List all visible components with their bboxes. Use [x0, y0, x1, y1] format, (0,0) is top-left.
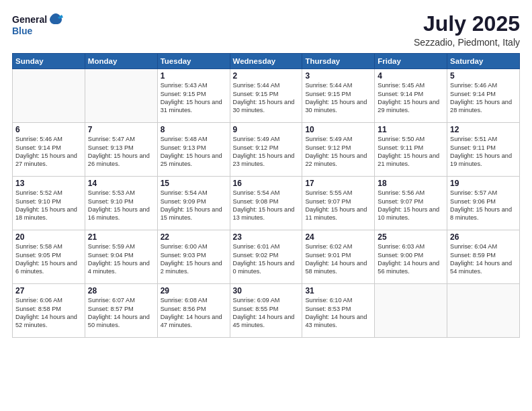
calendar-cell: 3Sunrise: 5:44 AM Sunset: 9:15 PM Daylig… — [302, 69, 375, 123]
day-number: 29 — [161, 286, 227, 295]
day-info: Sunrise: 6:09 AM Sunset: 8:55 PM Dayligh… — [233, 296, 300, 330]
calendar-cell: 5Sunrise: 5:46 AM Sunset: 9:14 PM Daylig… — [447, 69, 520, 123]
day-info: Sunrise: 6:07 AM Sunset: 8:57 PM Dayligh… — [88, 296, 154, 330]
day-info: Sunrise: 5:48 AM Sunset: 9:13 PM Dayligh… — [161, 135, 227, 169]
logo: General Blue — [12, 12, 63, 37]
day-info: Sunrise: 5:49 AM Sunset: 9:12 PM Dayligh… — [233, 135, 300, 169]
day-info: Sunrise: 5:54 AM Sunset: 9:09 PM Dayligh… — [161, 189, 227, 222]
day-number: 27 — [15, 286, 82, 295]
calendar-cell: 8Sunrise: 5:48 AM Sunset: 9:13 PM Daylig… — [157, 123, 230, 177]
day-number: 8 — [161, 125, 227, 134]
day-number: 11 — [378, 125, 444, 134]
header-tuesday: Tuesday — [157, 54, 230, 69]
logo-blue: Blue — [12, 26, 63, 37]
day-info: Sunrise: 5:52 AM Sunset: 9:10 PM Dayligh… — [15, 189, 82, 222]
day-number: 7 — [88, 125, 154, 134]
day-info: Sunrise: 5:58 AM Sunset: 9:05 PM Dayligh… — [15, 242, 82, 276]
day-number: 22 — [161, 232, 227, 242]
day-info: Sunrise: 5:47 AM Sunset: 9:13 PM Dayligh… — [88, 135, 154, 169]
calendar-cell: 16Sunrise: 5:54 AM Sunset: 9:08 PM Dayli… — [230, 177, 302, 230]
day-number: 14 — [88, 179, 154, 188]
day-info: Sunrise: 5:56 AM Sunset: 9:07 PM Dayligh… — [378, 189, 444, 222]
header-friday: Friday — [375, 54, 447, 69]
calendar-cell: 21Sunrise: 5:59 AM Sunset: 9:04 PM Dayli… — [85, 230, 157, 284]
calendar-cell — [375, 284, 447, 338]
day-number: 15 — [161, 179, 227, 188]
day-info: Sunrise: 5:57 AM Sunset: 9:06 PM Dayligh… — [450, 189, 517, 222]
day-number: 25 — [378, 232, 444, 242]
calendar-cell: 1Sunrise: 5:43 AM Sunset: 9:15 PM Daylig… — [157, 69, 230, 123]
calendar-cell: 7Sunrise: 5:47 AM Sunset: 9:13 PM Daylig… — [85, 123, 157, 177]
calendar-week-1: 1Sunrise: 5:43 AM Sunset: 9:15 PM Daylig… — [13, 69, 520, 123]
day-info: Sunrise: 6:03 AM Sunset: 9:00 PM Dayligh… — [378, 242, 444, 276]
calendar-cell: 17Sunrise: 5:55 AM Sunset: 9:07 PM Dayli… — [302, 177, 375, 230]
header-wednesday: Wednesday — [230, 54, 302, 69]
day-info: Sunrise: 5:43 AM Sunset: 9:15 PM Dayligh… — [161, 81, 227, 115]
day-number: 26 — [450, 232, 517, 242]
calendar-cell: 30Sunrise: 6:09 AM Sunset: 8:55 PM Dayli… — [230, 284, 302, 338]
day-number: 2 — [233, 71, 300, 81]
day-info: Sunrise: 5:59 AM Sunset: 9:04 PM Dayligh… — [88, 242, 154, 276]
calendar-cell: 29Sunrise: 6:08 AM Sunset: 8:56 PM Dayli… — [157, 284, 230, 338]
calendar-cell: 10Sunrise: 5:49 AM Sunset: 9:12 PM Dayli… — [302, 123, 375, 177]
day-info: Sunrise: 6:08 AM Sunset: 8:56 PM Dayligh… — [161, 296, 227, 330]
day-info: Sunrise: 6:04 AM Sunset: 8:59 PM Dayligh… — [450, 242, 517, 276]
day-info: Sunrise: 5:55 AM Sunset: 9:07 PM Dayligh… — [305, 189, 371, 222]
calendar-cell: 15Sunrise: 5:54 AM Sunset: 9:09 PM Dayli… — [157, 177, 230, 230]
calendar-cell: 20Sunrise: 5:58 AM Sunset: 9:05 PM Dayli… — [13, 230, 85, 284]
calendar-cell: 26Sunrise: 6:04 AM Sunset: 8:59 PM Dayli… — [447, 230, 520, 284]
calendar-cell: 2Sunrise: 5:44 AM Sunset: 9:15 PM Daylig… — [230, 69, 302, 123]
calendar-cell: 4Sunrise: 5:45 AM Sunset: 9:14 PM Daylig… — [375, 69, 447, 123]
header-monday: Monday — [85, 54, 157, 69]
calendar-cell: 12Sunrise: 5:51 AM Sunset: 9:11 PM Dayli… — [447, 123, 520, 177]
day-info: Sunrise: 5:49 AM Sunset: 9:12 PM Dayligh… — [305, 135, 371, 169]
calendar-cell — [13, 69, 85, 123]
calendar-cell: 9Sunrise: 5:49 AM Sunset: 9:12 PM Daylig… — [230, 123, 302, 177]
calendar-cell: 18Sunrise: 5:56 AM Sunset: 9:07 PM Dayli… — [375, 177, 447, 230]
calendar-cell: 19Sunrise: 5:57 AM Sunset: 9:06 PM Dayli… — [447, 177, 520, 230]
calendar-cell: 31Sunrise: 6:10 AM Sunset: 8:53 PM Dayli… — [302, 284, 375, 338]
calendar-cell: 11Sunrise: 5:50 AM Sunset: 9:11 PM Dayli… — [375, 123, 447, 177]
day-info: Sunrise: 6:10 AM Sunset: 8:53 PM Dayligh… — [305, 296, 371, 330]
calendar-cell: 13Sunrise: 5:52 AM Sunset: 9:10 PM Dayli… — [13, 177, 85, 230]
day-number: 19 — [450, 179, 517, 188]
calendar-cell: 24Sunrise: 6:02 AM Sunset: 9:01 PM Dayli… — [302, 230, 375, 284]
day-info: Sunrise: 6:02 AM Sunset: 9:01 PM Dayligh… — [305, 242, 371, 276]
day-number: 4 — [378, 71, 444, 81]
day-number: 3 — [305, 71, 371, 81]
day-info: Sunrise: 5:46 AM Sunset: 9:14 PM Dayligh… — [15, 135, 82, 169]
calendar-cell: 25Sunrise: 6:03 AM Sunset: 9:00 PM Dayli… — [375, 230, 447, 284]
day-number: 10 — [305, 125, 371, 134]
day-number: 20 — [15, 232, 82, 242]
calendar: Sunday Monday Tuesday Wednesday Thursday… — [12, 53, 520, 338]
day-info: Sunrise: 5:44 AM Sunset: 9:15 PM Dayligh… — [233, 81, 300, 115]
calendar-cell: 28Sunrise: 6:07 AM Sunset: 8:57 PM Dayli… — [85, 284, 157, 338]
calendar-cell — [447, 284, 520, 338]
day-number: 1 — [161, 71, 227, 81]
day-info: Sunrise: 6:06 AM Sunset: 8:58 PM Dayligh… — [15, 296, 82, 330]
calendar-cell — [85, 69, 157, 123]
day-info: Sunrise: 5:53 AM Sunset: 9:10 PM Dayligh… — [88, 189, 154, 222]
day-number: 21 — [88, 232, 154, 242]
header-thursday: Thursday — [302, 54, 375, 69]
calendar-cell: 27Sunrise: 6:06 AM Sunset: 8:58 PM Dayli… — [13, 284, 85, 338]
day-number: 9 — [233, 125, 300, 134]
day-info: Sunrise: 5:54 AM Sunset: 9:08 PM Dayligh… — [233, 189, 300, 222]
day-info: Sunrise: 6:01 AM Sunset: 9:02 PM Dayligh… — [233, 242, 300, 276]
calendar-week-5: 27Sunrise: 6:06 AM Sunset: 8:58 PM Dayli… — [13, 284, 520, 338]
day-number: 23 — [233, 232, 300, 242]
logo-general: General — [12, 14, 47, 26]
calendar-cell: 23Sunrise: 6:01 AM Sunset: 9:02 PM Dayli… — [230, 230, 302, 284]
day-number: 12 — [450, 125, 517, 134]
day-number: 17 — [305, 179, 371, 188]
day-info: Sunrise: 6:00 AM Sunset: 9:03 PM Dayligh… — [161, 242, 227, 276]
day-number: 31 — [305, 286, 371, 295]
title-section: July 2025 Sezzadio, Piedmont, Italy — [414, 12, 520, 48]
day-info: Sunrise: 5:51 AM Sunset: 9:11 PM Dayligh… — [450, 135, 517, 169]
calendar-cell: 14Sunrise: 5:53 AM Sunset: 9:10 PM Dayli… — [85, 177, 157, 230]
calendar-week-3: 13Sunrise: 5:52 AM Sunset: 9:10 PM Dayli… — [13, 177, 520, 230]
day-info: Sunrise: 5:46 AM Sunset: 9:14 PM Dayligh… — [450, 81, 517, 115]
subtitle: Sezzadio, Piedmont, Italy — [414, 37, 520, 48]
header-saturday: Saturday — [447, 54, 520, 69]
day-number: 16 — [233, 179, 300, 188]
